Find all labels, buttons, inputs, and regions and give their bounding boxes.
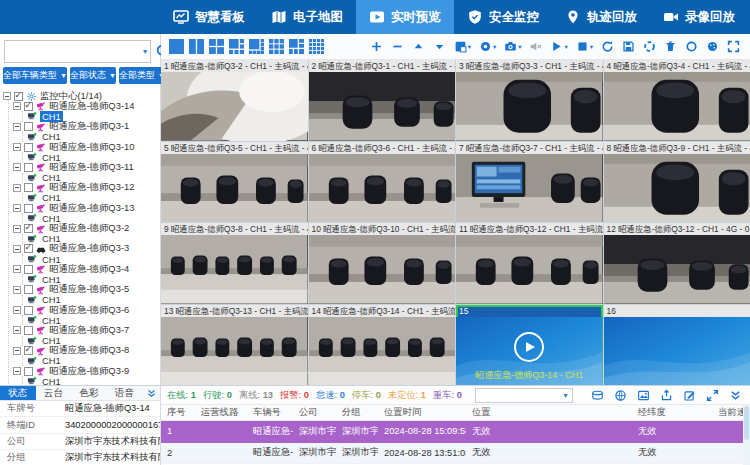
- video-area[interactable]: [604, 154, 750, 223]
- device-checkbox[interactable]: [24, 204, 33, 213]
- layout-2-button[interactable]: [189, 39, 204, 54]
- nav-tab-3[interactable]: 实时预览: [356, 0, 454, 34]
- video-tile-14[interactable]: 14 昭通应急-德师Q3-14 - CH1 - 主码流 - 4G - 3...: [309, 305, 456, 386]
- polling-button[interactable]: [643, 40, 656, 53]
- column-header[interactable]: 运营线路: [195, 406, 247, 419]
- export-button[interactable]: [660, 389, 673, 402]
- play-button[interactable]: [514, 332, 544, 362]
- column-header[interactable]: 分组: [336, 406, 378, 419]
- page-down-button[interactable]: [433, 40, 446, 53]
- collapse-toggle-icon[interactable]: [13, 245, 21, 253]
- filter-dropdown-3[interactable]: 全部类型▼: [119, 67, 165, 84]
- tree-device[interactable]: 昭通应急-德师Q3-14: [13, 101, 160, 111]
- video-tile-8[interactable]: 8 昭通应急-德师Q3-9 - CH1 - 主码流 - 4G - 0 KB...: [604, 142, 750, 223]
- tree-device[interactable]: 昭通应急-德师Q3-6: [13, 305, 160, 315]
- layout-6-button[interactable]: [229, 39, 244, 54]
- collapse-toggle-icon[interactable]: [13, 367, 21, 375]
- collapse-toggle-icon[interactable]: [13, 143, 21, 151]
- search-input[interactable]: [5, 41, 143, 62]
- video-area[interactable]: [309, 72, 456, 141]
- device-checkbox[interactable]: [24, 326, 33, 335]
- video-tile-12[interactable]: 12 昭通应急-德师Q3-12 - CH1 - 4G - 0 KB/S/2...: [604, 223, 750, 304]
- collapse-toggle-icon[interactable]: [13, 102, 21, 110]
- remove-button[interactable]: [391, 40, 404, 53]
- video-area[interactable]: [604, 317, 750, 386]
- collapse-toggle-icon[interactable]: [13, 326, 21, 334]
- video-tile-11[interactable]: 11 昭通应急-德师Q3-12 - CH1 - 主码流 - 4G - 0 ...: [456, 223, 603, 304]
- layout-16-button[interactable]: [309, 39, 324, 54]
- device-checkbox[interactable]: [24, 306, 33, 315]
- channel-label[interactable]: CH1: [40, 376, 63, 385]
- layout-9-button[interactable]: [269, 39, 284, 54]
- video-area[interactable]: [456, 235, 603, 304]
- tree-device[interactable]: 昭通应急-德师Q3-9: [13, 366, 160, 376]
- collapse-panel-button[interactable]: [142, 386, 160, 400]
- collapse-toggle-icon[interactable]: [13, 347, 21, 355]
- tree-device[interactable]: 昭通应急-德师Q3-8: [13, 346, 160, 356]
- table-scrollbar[interactable]: [743, 405, 750, 465]
- video-area[interactable]: [604, 235, 750, 304]
- column-header[interactable]: 位置时间: [378, 406, 466, 419]
- clear-button[interactable]: [664, 40, 677, 53]
- device-checkbox[interactable]: [24, 367, 33, 376]
- add-button[interactable]: [370, 40, 383, 53]
- video-area[interactable]: [161, 72, 308, 141]
- collapse-toggle-icon[interactable]: [13, 265, 21, 273]
- edit-button[interactable]: [683, 389, 696, 402]
- video-tile-9[interactable]: 9 昭通应急-德师Q3-8 - CH1 - 主码流 - 4G - 0 K...: [161, 223, 308, 304]
- tree-device[interactable]: 昭通应急-德师Q3-13: [13, 203, 160, 213]
- video-tile-2[interactable]: 2 昭通应急-德师Q3-1 - CH1 - 主码流 - 4G - 0 K...: [309, 60, 456, 141]
- device-checkbox[interactable]: [24, 163, 33, 172]
- fullscreen-button[interactable]: [727, 40, 740, 53]
- collapse-toggle-icon[interactable]: [13, 184, 21, 192]
- tree-device[interactable]: 昭通应急-德师Q3-1: [13, 122, 160, 132]
- collapse-toggle-icon[interactable]: [13, 225, 21, 233]
- video-area[interactable]: [161, 235, 308, 304]
- tree-device[interactable]: 昭通应急-德师Q3-3: [13, 244, 160, 254]
- expand-button[interactable]: [706, 389, 719, 402]
- layout-13-button[interactable]: [289, 39, 304, 54]
- play-all-button[interactable]: ▾: [550, 40, 567, 53]
- device-checkbox[interactable]: [24, 224, 33, 233]
- column-header[interactable]: 当前速度: [712, 406, 743, 419]
- collapse-toggle-icon[interactable]: [3, 92, 11, 100]
- tree-device[interactable]: 昭通应急-德师Q3-11: [13, 162, 160, 172]
- record-button[interactable]: [685, 40, 698, 53]
- audio-mute-button[interactable]: [529, 40, 542, 53]
- collapse-toggle-icon[interactable]: [13, 123, 21, 131]
- device-checkbox[interactable]: [24, 102, 33, 111]
- collapse-toggle-icon[interactable]: [13, 306, 21, 314]
- collapse-toggle-icon[interactable]: [13, 286, 21, 294]
- table-row[interactable]: 1昭通应急-德师Q3-14深圳市宇东技术科技有限公司深圳市宇东技术科技有限公司2…: [161, 421, 743, 443]
- root-checkbox[interactable]: [14, 92, 23, 101]
- video-tile-5[interactable]: 5 昭通应急-德师Q3-5 - CH1 - 主码流 - 4G - 0 K...: [161, 142, 308, 223]
- video-tile-10[interactable]: 10 昭通应急-德师Q3-10 - CH1 - 主码流 - 4G - 0 ...: [309, 223, 456, 304]
- map-photo-button[interactable]: [637, 389, 650, 402]
- tree-device[interactable]: 昭通应急-德师Q3-5: [13, 285, 160, 295]
- video-area[interactable]: [309, 154, 456, 223]
- device-checkbox[interactable]: [24, 244, 33, 253]
- video-area[interactable]: [456, 72, 603, 141]
- video-tile-7[interactable]: 7 昭通应急-德师Q3-7 - CH1 - 主码流 - 4G - 0 K...: [456, 142, 603, 223]
- tree-device[interactable]: 昭通应急-德师Q3-7: [13, 325, 160, 335]
- tree-device[interactable]: 昭通应急-德师Q3-12: [13, 183, 160, 193]
- video-tile-1[interactable]: 1 昭通应急-德师Q3-2 - CH1 - 主码流 - 4G - 0 K...: [161, 60, 308, 141]
- tree-device[interactable]: 昭通应急-德师Q3-4: [13, 264, 160, 274]
- stop-all-button[interactable]: ▾: [576, 40, 593, 53]
- column-header[interactable]: 位置: [466, 406, 632, 419]
- video-area[interactable]: [161, 317, 308, 386]
- vehicle-list-button[interactable]: [591, 389, 604, 402]
- detail-tab-1[interactable]: 状态: [0, 386, 36, 400]
- search-combobox[interactable]: ▾: [4, 40, 151, 63]
- nav-tab-6[interactable]: 录像回放: [650, 0, 748, 34]
- chevron-double-down-button[interactable]: [729, 389, 742, 402]
- window-mode-button[interactable]: ▾: [454, 40, 471, 53]
- video-area[interactable]: 昭通应急-德师Q3-14 - CH1: [456, 317, 603, 386]
- detail-tab-3[interactable]: 色彩: [71, 386, 107, 400]
- detail-tab-2[interactable]: 云台: [36, 386, 72, 400]
- column-header[interactable]: 车辆号: [247, 406, 293, 419]
- tree-device[interactable]: 昭通应急-德师Q3-2: [13, 223, 160, 233]
- save-button[interactable]: [622, 40, 635, 53]
- video-tile-4[interactable]: 4 昭通应急-德师Q3-4 - CH1 - 主码流 - 4G - 0 KB...: [604, 60, 750, 141]
- stream-type-button[interactable]: ▾: [479, 40, 496, 53]
